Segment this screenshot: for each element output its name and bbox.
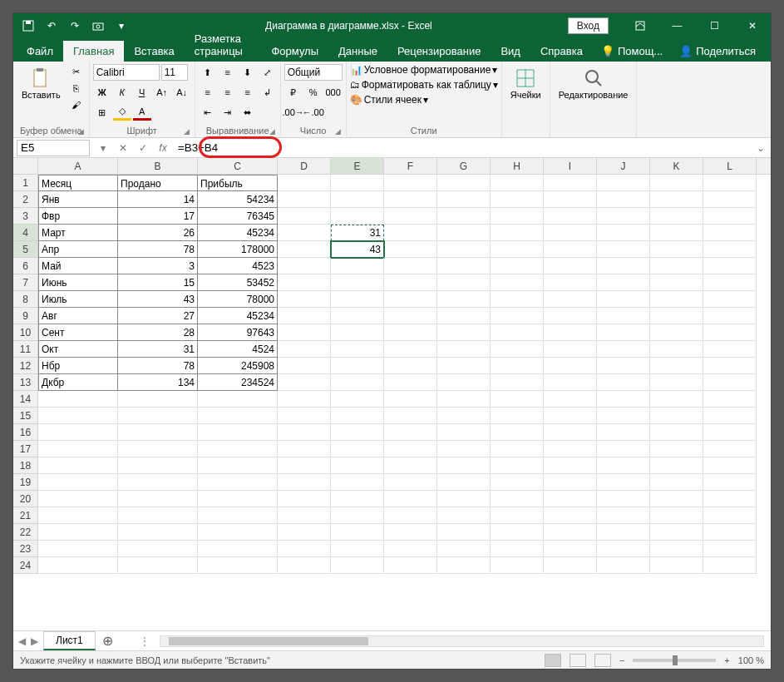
cell[interactable] bbox=[331, 374, 384, 391]
zoom-slider[interactable] bbox=[633, 659, 716, 662]
cell[interactable] bbox=[650, 424, 703, 441]
cell[interactable] bbox=[544, 308, 597, 324]
cell[interactable] bbox=[198, 541, 278, 557]
row-header[interactable]: 3 bbox=[13, 208, 38, 225]
cell[interactable] bbox=[703, 524, 757, 541]
cell[interactable] bbox=[597, 241, 650, 258]
cell[interactable] bbox=[650, 541, 703, 557]
enter-icon[interactable]: ✓ bbox=[133, 140, 153, 156]
cell[interactable] bbox=[491, 291, 544, 308]
cell[interactable] bbox=[384, 391, 437, 408]
column-header[interactable]: F bbox=[384, 158, 437, 174]
cell[interactable] bbox=[331, 541, 384, 557]
cell[interactable] bbox=[544, 341, 597, 358]
cell[interactable] bbox=[38, 557, 118, 574]
redo-icon[interactable]: ↷ bbox=[67, 17, 83, 34]
save-icon[interactable] bbox=[20, 17, 37, 34]
sheet-prev-icon[interactable]: ◀ bbox=[18, 635, 26, 647]
close-icon[interactable]: ✕ bbox=[733, 13, 771, 38]
cell[interactable] bbox=[491, 441, 544, 457]
zoom-level[interactable]: 100 % bbox=[738, 655, 764, 665]
cell[interactable]: Апр bbox=[38, 241, 118, 258]
cell[interactable] bbox=[198, 391, 278, 408]
cell[interactable] bbox=[597, 175, 650, 191]
cell[interactable] bbox=[650, 175, 703, 191]
cell[interactable] bbox=[38, 507, 118, 524]
column-header[interactable]: K bbox=[650, 158, 703, 174]
align-middle-icon[interactable]: ≡ bbox=[219, 64, 237, 81]
cell[interactable] bbox=[384, 341, 437, 358]
cell[interactable] bbox=[491, 191, 544, 208]
cell[interactable] bbox=[384, 374, 437, 391]
cell[interactable] bbox=[703, 175, 757, 191]
cell[interactable] bbox=[437, 491, 491, 507]
cell[interactable]: 234524 bbox=[198, 374, 278, 391]
cell[interactable] bbox=[491, 341, 544, 358]
cell[interactable] bbox=[331, 524, 384, 541]
cell[interactable] bbox=[491, 208, 544, 225]
cell[interactable] bbox=[384, 441, 437, 457]
cell[interactable] bbox=[437, 358, 491, 374]
minimize-icon[interactable]: — bbox=[658, 13, 696, 38]
column-header[interactable]: E bbox=[331, 158, 384, 174]
cell[interactable] bbox=[384, 424, 437, 441]
column-header[interactable]: C bbox=[198, 158, 278, 174]
cell[interactable]: Сент bbox=[38, 324, 118, 341]
launcher-icon[interactable]: ◢ bbox=[335, 127, 341, 136]
cell[interactable] bbox=[703, 408, 757, 424]
row-header[interactable]: 15 bbox=[13, 408, 38, 424]
cell[interactable] bbox=[597, 324, 650, 341]
cell[interactable] bbox=[650, 524, 703, 541]
cell[interactable] bbox=[437, 408, 491, 424]
cell[interactable]: 4524 bbox=[198, 341, 278, 358]
cell[interactable] bbox=[703, 441, 757, 457]
add-sheet-icon[interactable]: ⊕ bbox=[96, 633, 120, 649]
formula-input[interactable] bbox=[173, 141, 751, 155]
cell[interactable] bbox=[437, 324, 491, 341]
cell[interactable] bbox=[491, 474, 544, 491]
cell[interactable] bbox=[118, 557, 198, 574]
tell-me[interactable]: 💡 Помощ... bbox=[593, 41, 671, 62]
tab-file[interactable]: Файл bbox=[17, 41, 63, 62]
cell[interactable] bbox=[491, 324, 544, 341]
align-top-icon[interactable]: ⬆ bbox=[199, 64, 217, 81]
cell[interactable] bbox=[384, 507, 437, 524]
cell[interactable] bbox=[703, 308, 757, 324]
cell[interactable] bbox=[650, 241, 703, 258]
column-header[interactable]: G bbox=[437, 158, 491, 174]
cell[interactable] bbox=[650, 408, 703, 424]
inc-decimal-icon[interactable]: .00→ bbox=[284, 104, 303, 121]
cell[interactable] bbox=[650, 491, 703, 507]
cell[interactable] bbox=[437, 291, 491, 308]
cell[interactable] bbox=[331, 324, 384, 341]
cell[interactable]: 178000 bbox=[198, 241, 278, 258]
cell[interactable] bbox=[384, 241, 437, 258]
row-header[interactable]: 22 bbox=[13, 524, 38, 541]
cell[interactable] bbox=[703, 391, 757, 408]
row-header[interactable]: 11 bbox=[13, 341, 38, 358]
cell[interactable]: 45234 bbox=[198, 308, 278, 324]
cell[interactable]: Март bbox=[38, 225, 118, 241]
format-painter-icon[interactable]: 🖌 bbox=[67, 96, 86, 113]
cell[interactable] bbox=[118, 457, 198, 474]
cell[interactable]: 78 bbox=[118, 358, 198, 374]
cell[interactable] bbox=[278, 208, 331, 225]
cell[interactable] bbox=[703, 208, 757, 225]
launcher-icon[interactable]: ◢ bbox=[184, 127, 190, 136]
bold-button[interactable]: Ж bbox=[93, 84, 111, 101]
row-header[interactable]: 24 bbox=[13, 557, 38, 574]
cell[interactable] bbox=[544, 324, 597, 341]
cut-icon[interactable]: ✂ bbox=[67, 63, 86, 80]
cell[interactable] bbox=[544, 225, 597, 241]
cell[interactable] bbox=[38, 408, 118, 424]
cell[interactable] bbox=[491, 424, 544, 441]
cell[interactable]: 27 bbox=[118, 308, 198, 324]
conditional-formatting-button[interactable]: 📊 Условное форматирование ▾ bbox=[350, 64, 498, 76]
normal-view-icon[interactable] bbox=[545, 654, 561, 667]
cell[interactable] bbox=[384, 208, 437, 225]
row-header[interactable]: 13 bbox=[13, 374, 38, 391]
cell[interactable]: 14 bbox=[118, 191, 198, 208]
cell[interactable]: Нбр bbox=[38, 358, 118, 374]
cell[interactable] bbox=[198, 557, 278, 574]
cell[interactable] bbox=[544, 291, 597, 308]
